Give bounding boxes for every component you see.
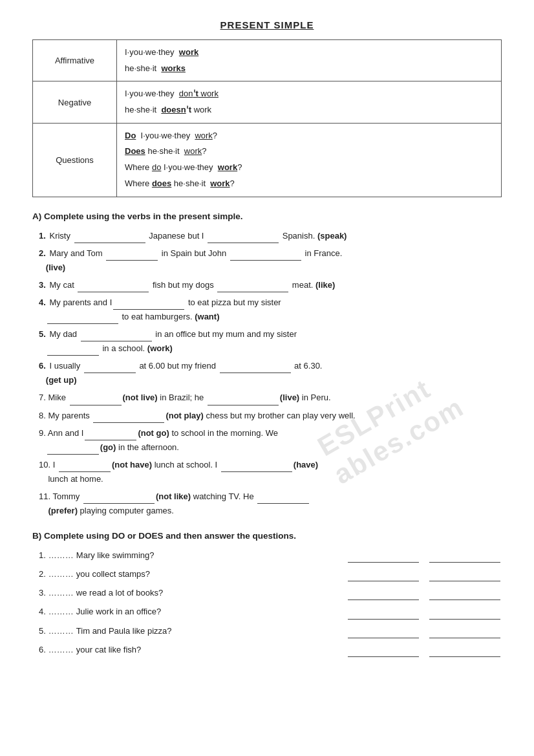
item-num: 4. bbox=[39, 605, 46, 619]
section-a-title: A) Complete using the verbs in the prese… bbox=[32, 211, 502, 221]
label-questions: Questions bbox=[33, 123, 117, 197]
dots: ……… bbox=[48, 567, 74, 581]
question-text: your cat like fish? bbox=[76, 643, 340, 657]
list-item: 11. Tommy (not like) watching TV. He (pr… bbox=[39, 490, 502, 518]
fill-blank[interactable] bbox=[93, 414, 164, 423]
list-item: 5. My dad in an office but my mum and my… bbox=[39, 327, 502, 356]
fill-blank[interactable] bbox=[429, 648, 500, 657]
section-a: A) Complete using the verbs in the prese… bbox=[32, 211, 502, 519]
item-num: 2. bbox=[39, 567, 46, 581]
answer-blanks bbox=[347, 648, 502, 657]
answer-blanks bbox=[347, 610, 502, 620]
list-item: 4. My parents and I to eat pizza but my … bbox=[39, 296, 502, 324]
dots: ……… bbox=[48, 605, 74, 619]
fill-blank[interactable] bbox=[230, 252, 301, 261]
questions-line-1: Do I·you·we·they work? bbox=[125, 128, 493, 144]
list-item: 2. ……… you collect stamps? bbox=[39, 567, 502, 581]
fill-blank[interactable] bbox=[59, 463, 111, 472]
questions-line-2: Does he·she·it work? bbox=[125, 144, 493, 160]
dots: ……… bbox=[48, 643, 74, 657]
label-affirmative: Affirmative bbox=[33, 40, 117, 81]
fill-blank[interactable] bbox=[221, 463, 292, 472]
fill-blank[interactable] bbox=[106, 252, 158, 261]
fill-blank[interactable] bbox=[348, 554, 419, 563]
fill-blank[interactable] bbox=[74, 234, 145, 243]
table-row-questions: Questions Do I·you·we·they work? Does he… bbox=[33, 123, 502, 197]
list-item: 10. I (not have) lunch at school. I (hav… bbox=[39, 458, 502, 486]
list-item: 4. ……… Julie work in an office? bbox=[39, 605, 502, 619]
negative-line-2: he·she·it doesnˈt work bbox=[125, 102, 493, 118]
grammar-table: Affirmative I·you·we·they work he·she·it… bbox=[32, 39, 502, 197]
list-item: 5. ……… Tim and Paula like pizza? bbox=[39, 624, 502, 638]
fill-blank[interactable] bbox=[47, 315, 118, 324]
question-text: Tim and Paula like pizza? bbox=[76, 624, 340, 638]
table-row-affirmative: Affirmative I·you·we·they work he·she·it… bbox=[33, 40, 502, 81]
answer-blanks bbox=[347, 572, 502, 581]
answer-blanks bbox=[347, 591, 502, 600]
affirmative-line-1: I·you·we·they work bbox=[125, 45, 493, 61]
item-num: 6. bbox=[39, 361, 46, 371]
fill-blank[interactable] bbox=[85, 431, 136, 440]
question-text: you collect stamps? bbox=[76, 567, 340, 581]
list-item: 3. ……… we read a lot of books? bbox=[39, 586, 502, 600]
dots: ……… bbox=[48, 586, 74, 600]
fill-blank[interactable] bbox=[429, 591, 500, 600]
content-questions: Do I·you·we·they work? Does he·she·it wo… bbox=[117, 123, 502, 197]
item-num: 4. bbox=[39, 297, 46, 307]
fill-blank[interactable] bbox=[257, 495, 309, 504]
fill-blank[interactable] bbox=[113, 301, 184, 310]
fill-blank[interactable] bbox=[348, 629, 419, 638]
fill-blank[interactable] bbox=[429, 629, 500, 638]
item-num: 3. bbox=[39, 586, 46, 600]
fill-blank[interactable] bbox=[348, 610, 419, 620]
section-b: B) Complete using DO or DOES and then an… bbox=[32, 531, 502, 657]
fill-blank[interactable] bbox=[47, 446, 99, 455]
fill-blank[interactable] bbox=[78, 283, 149, 292]
question-text: we read a lot of books? bbox=[76, 586, 340, 600]
fill-blank[interactable] bbox=[220, 364, 291, 373]
list-item: 6. ……… your cat like fish? bbox=[39, 643, 502, 657]
questions-line-3: Where do I·you·we·they work? bbox=[125, 160, 493, 176]
fill-blank[interactable] bbox=[429, 554, 500, 563]
fill-blank[interactable] bbox=[348, 572, 419, 581]
list-item: 3. My cat fish but my dogs meat. (like) bbox=[39, 278, 502, 292]
fill-blank[interactable] bbox=[47, 347, 99, 356]
item-num: 3. bbox=[39, 280, 46, 290]
fill-blank[interactable] bbox=[348, 591, 419, 600]
answer-blanks bbox=[347, 629, 502, 638]
exercise-list-a: 1. Kristy Japanese but I Spanish. (speak… bbox=[39, 229, 502, 519]
negative-line-1: I·you·we·they donˈt work bbox=[125, 86, 493, 102]
fill-blank[interactable] bbox=[81, 332, 152, 341]
fill-blank[interactable] bbox=[217, 283, 288, 292]
affirmative-line-2: he·she·it works bbox=[125, 61, 493, 77]
list-item: 6. I usually at 6.00 but my friend at 6.… bbox=[39, 359, 502, 387]
item-num: 5. bbox=[39, 329, 46, 339]
question-text: Julie work in an office? bbox=[76, 605, 340, 619]
section-b-title: B) Complete using DO or DOES and then an… bbox=[32, 531, 502, 541]
page-wrapper: ESLPrintables.com PRESENT SIMPLE Affirma… bbox=[32, 19, 502, 657]
fill-blank[interactable] bbox=[208, 396, 279, 405]
dots: ……… bbox=[48, 548, 74, 563]
page-title: PRESENT SIMPLE bbox=[32, 19, 502, 30]
item-num: 2. bbox=[39, 248, 46, 258]
list-item: 1. ……… Mary like swimming? bbox=[39, 548, 502, 563]
table-row-negative: Negative I·you·we·they donˈt work he·she… bbox=[33, 81, 502, 123]
content-negative: I·you·we·they donˈt work he·she·it doesn… bbox=[117, 81, 502, 123]
fill-blank[interactable] bbox=[84, 364, 136, 373]
fill-blank[interactable] bbox=[208, 234, 279, 243]
answer-blanks bbox=[347, 554, 502, 563]
fill-blank[interactable] bbox=[83, 495, 155, 504]
fill-blank[interactable] bbox=[429, 572, 500, 581]
questions-line-4: Where does he·she·it work? bbox=[125, 176, 493, 192]
fill-blank[interactable] bbox=[348, 648, 419, 657]
list-item: 7. Mike (not live) in Brazil; he (live) … bbox=[39, 391, 502, 405]
section-b-list: 1. ……… Mary like swimming? 2. ……… you co… bbox=[39, 548, 502, 657]
label-negative: Negative bbox=[33, 81, 117, 123]
fill-blank[interactable] bbox=[429, 610, 500, 620]
item-num: 5. bbox=[39, 624, 46, 638]
item-num: 6. bbox=[39, 643, 46, 657]
fill-blank[interactable] bbox=[70, 396, 122, 405]
list-item: 9. Ann and I(not go) to school in the mo… bbox=[39, 426, 502, 455]
question-text: Mary like swimming? bbox=[76, 548, 340, 563]
item-num: 1. bbox=[39, 548, 46, 563]
